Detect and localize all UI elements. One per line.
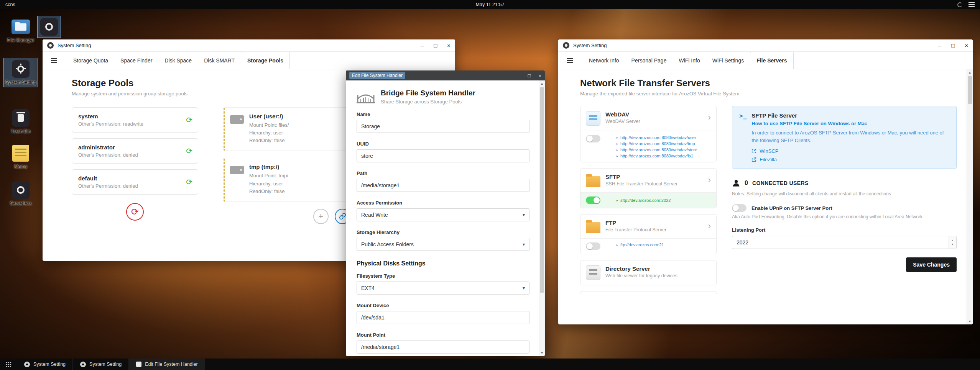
path-input[interactable] [357, 179, 529, 192]
webdav-link[interactable]: ▸http://dev.arozos.com:8080/webdav/tmp [617, 141, 697, 146]
tab-disk-smart[interactable]: Disk SMART [198, 52, 241, 69]
scroll-thumb[interactable] [968, 76, 972, 104]
tab-wifi-settings[interactable]: WiFi Settings [706, 52, 750, 69]
gear-icon [80, 362, 86, 367]
spin-up-icon[interactable]: ▴ [952, 239, 954, 242]
server-card-header[interactable]: FTP File Transfer Protocol Server › [580, 214, 716, 238]
mount-device-input[interactable] [357, 311, 529, 324]
task-item-system-setting-2[interactable]: System Setting [73, 359, 129, 370]
menu-icon[interactable] [968, 2, 975, 7]
scroll-up-icon[interactable]: ▲ [539, 80, 545, 87]
mount-name: User (user:/) [249, 113, 289, 120]
task-item-edit-fsh[interactable]: Edit File System Handler [129, 359, 205, 370]
task-item-system-setting-1[interactable]: System Setting [17, 359, 73, 370]
mount-readonly: ReadOnly: false [249, 137, 289, 144]
refresh-pools-button[interactable]: ⟳ [126, 203, 144, 221]
mount-name: tmp (tmp:/) [249, 164, 288, 170]
uuid-input[interactable] [357, 149, 529, 162]
titlebar[interactable]: System Setting – □ × [558, 39, 973, 52]
maximize-button[interactable]: □ [528, 73, 531, 78]
ftp-toggle[interactable] [586, 242, 600, 250]
close-button[interactable]: × [538, 73, 541, 78]
save-changes-button[interactable]: Save Changes [906, 257, 957, 272]
close-button[interactable]: × [965, 43, 968, 48]
server-card-header[interactable]: Directory Server Web file viewer for leg… [580, 260, 716, 285]
server-desc: SSH File Transfer Protocol Server [605, 181, 703, 187]
hamburger-menu-icon[interactable] [49, 52, 59, 69]
sync-icon[interactable]: ⟳ [186, 178, 192, 186]
scroll-down-icon[interactable]: ▼ [967, 318, 973, 324]
desktop-icon-selected-app[interactable] [38, 16, 61, 38]
mount-card-user[interactable]: User (user:/) Mount Point: files/ Hierar… [224, 107, 350, 151]
tab-personal-page[interactable]: Personal Page [625, 52, 673, 69]
webdav-toggle[interactable] [586, 135, 600, 142]
filesystem-type-select[interactable]: EXT4 ▾ [357, 282, 529, 295]
tab-wifi-info[interactable]: WiFi Info [673, 52, 706, 69]
storage-hierarchy-label: Storage Hierarchy [357, 229, 529, 235]
minimize-button[interactable]: – [938, 43, 941, 48]
dialog-titlebar[interactable]: Edit File System Handler – □ × [346, 70, 545, 80]
sftp-link[interactable]: ▸sftp://dev.arozos.com:2022 [617, 198, 671, 203]
titlebar[interactable]: System Setting – □ × [43, 39, 455, 52]
scroll-up-icon[interactable]: ▲ [967, 69, 973, 75]
pool-card-system[interactable]: system Other's Permission: readwrite ⟳ [72, 107, 198, 133]
hamburger-menu-icon[interactable] [565, 52, 574, 69]
server-card-header[interactable]: SFTP SSH File Transfer Protocol Server › [580, 169, 716, 192]
pool-card-default[interactable]: default Other's Permission: denied ⟳ [72, 169, 198, 195]
winscp-link[interactable]: WinSCP [751, 148, 949, 154]
spin-down-icon[interactable]: ▾ [952, 243, 954, 246]
storage-hierarchy-select[interactable]: Public Access Folders ▾ [357, 238, 529, 251]
dialog-heading: Bridge File System Handler [381, 89, 475, 97]
desktop-icon-serverless[interactable]: Serverless [4, 179, 38, 208]
server-card-header[interactable]: WebDAV WebDAV Server › [580, 106, 716, 131]
webdav-link[interactable]: ▸http://dev.arozos.com:8080/webdav/ls1 [617, 154, 697, 158]
sync-icon[interactable]: ⟳ [186, 147, 192, 155]
tab-storage-quota[interactable]: Storage Quota [67, 52, 114, 69]
tab-space-finder[interactable]: Space Finder [114, 52, 158, 69]
upnp-toggle[interactable] [732, 204, 747, 212]
minimize-button[interactable]: – [517, 73, 520, 78]
close-button[interactable]: × [447, 43, 451, 48]
name-input[interactable] [357, 120, 529, 133]
maximize-button[interactable]: □ [434, 43, 437, 48]
ftp-folder-icon [586, 222, 600, 233]
taskbar: System Setting System Setting Edit File … [0, 359, 980, 370]
pool-name: system [78, 113, 192, 120]
sftp-folder-icon [586, 176, 600, 187]
filezilla-link[interactable]: FileZilla [751, 157, 949, 162]
terminal-icon: >_ [739, 112, 747, 162]
tab-file-servers[interactable]: File Servers [750, 52, 793, 69]
tab-network-info[interactable]: Network Info [583, 52, 625, 69]
loading-spinner-icon[interactable] [957, 2, 962, 7]
webdav-link[interactable]: ▸http://dev.arozos.com:8080/webdav/store [617, 147, 697, 152]
desktop-icon-file-manager[interactable]: File Manager [4, 16, 38, 45]
listening-port-input[interactable] [732, 236, 957, 249]
tab-storage-pools[interactable]: Storage Pools [241, 52, 290, 69]
ftp-link[interactable]: ▸ftp://dev.arozos.com:21 [617, 242, 664, 247]
server-desc: WebDAV Server [605, 119, 703, 124]
scrollbar[interactable]: ▲ ▼ [967, 69, 973, 324]
scroll-down-icon[interactable]: ▼ [539, 350, 545, 356]
webdav-link[interactable]: ▸http://dev.arozos.com:8080/webdav/user [617, 135, 697, 140]
access-permission-label: Access Permission [357, 200, 529, 206]
sftp-toggle[interactable] [586, 196, 600, 204]
mount-point-input[interactable] [357, 341, 529, 354]
pool-card-administrator[interactable]: administrator Other's Permission: denied… [72, 138, 198, 164]
number-spinner[interactable]: ▴ ▾ [949, 236, 956, 249]
desktop-icon-memo[interactable]: Memo [4, 142, 38, 171]
sync-icon[interactable]: ⟳ [186, 116, 192, 124]
minimize-button[interactable]: – [421, 43, 424, 48]
access-permission-select[interactable]: Read Write ▾ [357, 208, 529, 221]
scrollbar[interactable]: ▲ ▼ [539, 80, 545, 356]
app-launcher-button[interactable] [0, 359, 17, 370]
add-mount-button[interactable]: + [313, 209, 329, 224]
mount-card-tmp[interactable]: tmp (tmp:/) Mount Point: tmp/ Hierarchy:… [224, 158, 350, 201]
tab-disk-space[interactable]: Disk Space [158, 52, 198, 69]
caret-down-icon: ▾ [523, 242, 525, 247]
desktop-icon-system-setting[interactable]: System Setting [4, 58, 38, 87]
maximize-button[interactable]: □ [951, 43, 955, 48]
desktop-icon-trash-bin[interactable]: Trash Bin [4, 107, 38, 136]
scroll-thumb[interactable] [540, 87, 544, 293]
bullet-icon: ▸ [617, 243, 618, 247]
hostname-menu[interactable]: ccns [5, 2, 15, 7]
